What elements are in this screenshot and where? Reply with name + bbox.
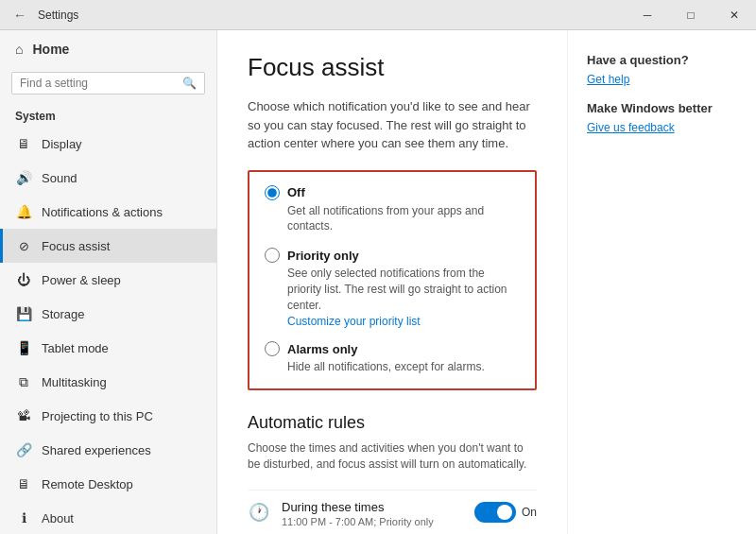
- option-priority-text: Priority only: [287, 249, 359, 263]
- sidebar-label-projecting: Projecting to this PC: [42, 409, 153, 423]
- option-priority-desc: See only selected notifications from the…: [287, 266, 520, 313]
- option-off-desc: Get all notifications from your apps and…: [287, 203, 520, 235]
- option-off-text: Off: [287, 185, 305, 199]
- window-controls: ─ □ ✕: [626, 0, 756, 30]
- about-icon: ℹ: [15, 509, 32, 526]
- close-button[interactable]: ✕: [713, 0, 756, 30]
- sidebar-item-multitasking[interactable]: ⧉ Multitasking: [0, 365, 216, 399]
- rule-during-times: 🕐 During these times 11:00 PM - 7:00 AM;…: [248, 490, 537, 534]
- sidebar-item-power-sleep[interactable]: ⏻ Power & sleep: [0, 263, 216, 297]
- display-icon: 🖥: [15, 135, 32, 152]
- sidebar-label-sound: Sound: [42, 171, 77, 185]
- option-alarms-desc: Hide all notifications, except for alarm…: [287, 359, 520, 375]
- sidebar-item-projecting[interactable]: 📽 Projecting to this PC: [0, 399, 216, 433]
- sidebar-label-focus-assist: Focus assist: [42, 239, 110, 253]
- title-bar: ← Settings ─ □ ✕: [0, 0, 756, 30]
- toggle-times-label: On: [522, 506, 537, 519]
- sidebar-label-power: Power & sleep: [42, 273, 121, 287]
- search-icon: 🔍: [182, 77, 197, 90]
- main-content: Focus assist Choose which notification y…: [217, 30, 567, 534]
- storage-icon: 💾: [15, 305, 32, 322]
- multitasking-icon: ⧉: [15, 373, 32, 390]
- maximize-button[interactable]: □: [669, 0, 713, 30]
- remote-icon: 🖥: [15, 475, 32, 492]
- option-alarms: Alarms only Hide all notifications, exce…: [265, 341, 520, 375]
- sidebar-label-display: Display: [42, 137, 82, 151]
- app-title: Settings: [38, 9, 78, 22]
- sidebar-item-notifications[interactable]: 🔔 Notifications & actions: [0, 195, 216, 229]
- back-button[interactable]: ←: [9, 8, 30, 23]
- projecting-icon: 📽: [15, 407, 32, 424]
- sidebar-item-shared-experiences[interactable]: 🔗 Shared experiences: [0, 433, 216, 467]
- toggle-times[interactable]: [474, 502, 516, 523]
- sidebar-item-focus-assist[interactable]: ⊘ Focus assist: [0, 229, 216, 263]
- sidebar-label-shared: Shared experiences: [42, 443, 151, 457]
- rule-times-sub: 11:00 PM - 7:00 AM; Priority only: [282, 516, 434, 527]
- automatic-rules-desc: Choose the times and activities when you…: [248, 440, 537, 473]
- sound-icon: 🔊: [15, 169, 32, 186]
- notifications-icon: 🔔: [15, 203, 32, 220]
- get-help-link[interactable]: Get help: [587, 73, 737, 86]
- option-priority: Priority only See only selected notifica…: [265, 248, 520, 328]
- sidebar-label-notifications: Notifications & actions: [42, 205, 163, 219]
- sidebar-item-storage[interactable]: 💾 Storage: [0, 297, 216, 331]
- radio-priority[interactable]: [265, 248, 280, 263]
- option-alarms-text: Alarms only: [287, 342, 357, 356]
- sidebar-label-tablet: Tablet mode: [42, 341, 109, 355]
- page-title: Focus assist: [248, 53, 537, 82]
- sidebar-label-storage: Storage: [42, 307, 85, 321]
- search-box: 🔍: [11, 72, 205, 95]
- clock-icon: 🕐: [248, 501, 270, 524]
- home-icon: ⌂: [15, 42, 23, 57]
- rule-times-title: During these times: [282, 500, 434, 514]
- feedback-link[interactable]: Give us feedback: [587, 121, 737, 134]
- sidebar-section: System: [0, 102, 216, 127]
- page-description: Choose which notification you'd like to …: [248, 97, 537, 153]
- help-title: Have a question?: [587, 53, 737, 67]
- priority-link[interactable]: Customize your priority list: [287, 315, 520, 328]
- automatic-rules-title: Automatic rules: [248, 413, 537, 433]
- option-alarms-label[interactable]: Alarms only: [265, 341, 520, 356]
- power-icon: ⏻: [15, 271, 32, 288]
- options-box: Off Get all notifications from your apps…: [248, 170, 537, 391]
- shared-icon: 🔗: [15, 441, 32, 458]
- option-priority-label[interactable]: Priority only: [265, 248, 520, 263]
- radio-off[interactable]: [265, 185, 280, 200]
- focus-assist-icon: ⊘: [15, 237, 32, 254]
- sidebar-label-remote: Remote Desktop: [42, 477, 133, 491]
- sidebar-home[interactable]: ⌂ Home: [0, 30, 216, 68]
- home-label: Home: [32, 42, 69, 57]
- sidebar-item-remote-desktop[interactable]: 🖥 Remote Desktop: [0, 467, 216, 501]
- option-off: Off Get all notifications from your apps…: [265, 185, 520, 235]
- sidebar: ⌂ Home 🔍 System 🖥 Display 🔊 Sound 🔔 Noti…: [0, 30, 217, 534]
- radio-alarms[interactable]: [265, 341, 280, 356]
- option-off-label[interactable]: Off: [265, 185, 520, 200]
- minimize-button[interactable]: ─: [626, 0, 669, 30]
- tablet-icon: 📱: [15, 339, 32, 356]
- sidebar-item-display[interactable]: 🖥 Display: [0, 127, 216, 161]
- sidebar-item-tablet-mode[interactable]: 📱 Tablet mode: [0, 331, 216, 365]
- sidebar-item-sound[interactable]: 🔊 Sound: [0, 161, 216, 195]
- sidebar-item-about[interactable]: ℹ About: [0, 501, 216, 534]
- make-better-title: Make Windows better: [587, 101, 737, 115]
- sidebar-label-about: About: [42, 511, 74, 525]
- search-input[interactable]: [20, 77, 177, 90]
- right-panel: Have a question? Get help Make Windows b…: [567, 30, 756, 534]
- sidebar-label-multitasking: Multitasking: [42, 375, 107, 389]
